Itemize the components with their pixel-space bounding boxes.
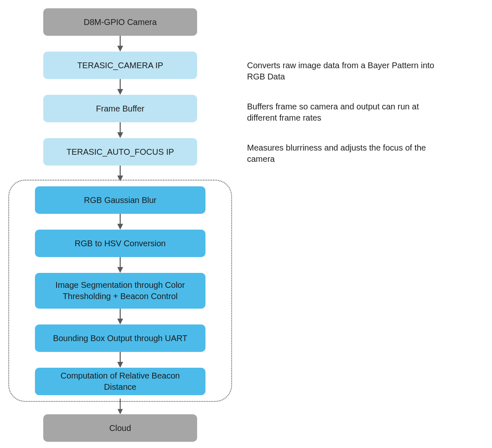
- arrow-icon: [116, 214, 124, 230]
- node-segmentation: Image Segmentation through Color Thresho…: [35, 273, 205, 309]
- annotation-auto-focus-text: Measures blurriness and adjusts the focu…: [247, 143, 426, 163]
- arrow-icon: [116, 257, 124, 273]
- node-gaussian-blur: RGB Gaussian Blur: [35, 186, 205, 214]
- svg-marker-9: [117, 224, 123, 230]
- diagram-container: D8M-GPIO Camera TERASIC_CAMERA IP Frame …: [8, 8, 484, 442]
- node-gaussian-blur-label: RGB Gaussian Blur: [84, 195, 157, 206]
- svg-marker-5: [117, 132, 123, 138]
- svg-marker-1: [117, 46, 123, 52]
- custom-processing-group: RGB Gaussian Blur RGB to HSV Conversion …: [8, 180, 232, 402]
- node-cloud: Cloud: [43, 414, 197, 442]
- node-beacon-distance: Computation of Relative Beacon Distance: [35, 368, 205, 395]
- arrow-icon: [116, 122, 124, 138]
- node-terasic-camera-label: TERASIC_CAMERA IP: [77, 60, 163, 71]
- node-camera: D8M-GPIO Camera: [43, 8, 197, 36]
- svg-marker-11: [117, 267, 123, 273]
- node-rgb-hsv: RGB to HSV Conversion: [35, 230, 205, 257]
- node-rgb-hsv-label: RGB to HSV Conversion: [75, 238, 166, 249]
- svg-marker-7: [117, 176, 123, 181]
- node-terasic-camera: TERASIC_CAMERA IP: [43, 52, 197, 79]
- node-segmentation-label: Image Segmentation through Color Thresho…: [43, 280, 197, 302]
- node-bbox-uart: Bounding Box Output through UART: [35, 324, 205, 352]
- svg-marker-17: [118, 409, 123, 414]
- arrow-icon: [116, 79, 124, 95]
- node-auto-focus-label: TERASIC_AUTO_FOCUS IP: [67, 146, 174, 158]
- annotations-column: Converts raw image data from a Bayer Pat…: [247, 60, 447, 165]
- node-beacon-distance-label: Computation of Relative Beacon Distance: [43, 370, 197, 393]
- arrow-icon: [116, 309, 124, 324]
- flow-column: D8M-GPIO Camera TERASIC_CAMERA IP Frame …: [8, 8, 232, 442]
- node-auto-focus: TERASIC_AUTO_FOCUS IP: [43, 138, 197, 166]
- arrow-icon: [116, 36, 124, 52]
- node-camera-label: D8M-GPIO Camera: [84, 17, 157, 28]
- annotation-terasic-camera-text: Converts raw image data from a Bayer Pat…: [247, 61, 434, 81]
- annotation-terasic-camera: Converts raw image data from a Bayer Pat…: [247, 60, 447, 82]
- annotation-frame-buffer: Buffers frame so camera and output can r…: [247, 101, 447, 124]
- svg-marker-15: [117, 362, 123, 368]
- node-bbox-uart-label: Bounding Box Output through UART: [53, 333, 187, 344]
- annotation-auto-focus: Measures blurriness and adjusts the focu…: [247, 142, 447, 165]
- arrow-icon: [116, 398, 124, 414]
- arrow-icon: [116, 352, 124, 368]
- node-frame-buffer: Frame Buffer: [43, 95, 197, 122]
- svg-marker-13: [117, 319, 123, 324]
- node-frame-buffer-label: Frame Buffer: [96, 103, 144, 114]
- arrow-icon: [116, 166, 124, 181]
- svg-marker-3: [117, 89, 123, 95]
- annotation-frame-buffer-text: Buffers frame so camera and output can r…: [247, 102, 419, 122]
- node-cloud-label: Cloud: [109, 423, 131, 434]
